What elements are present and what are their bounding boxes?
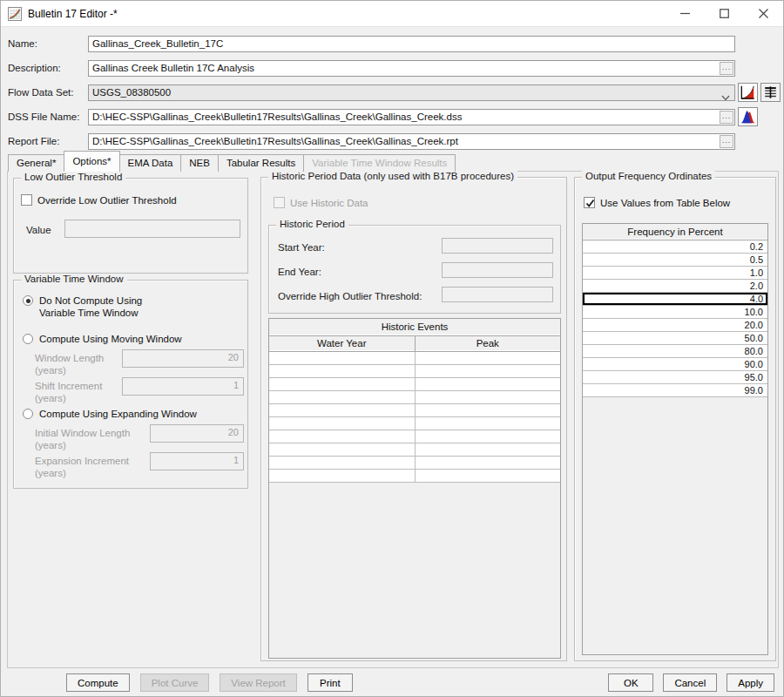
water-year-cell[interactable] — [269, 365, 416, 377]
peak-cell[interactable] — [416, 352, 561, 364]
water-year-cell[interactable] — [269, 352, 416, 364]
maximize-button[interactable] — [705, 1, 744, 27]
plot-curve-icon-button[interactable] — [738, 83, 758, 102]
frequency-table: Frequency in Percent 0.20.51.02.04.010.0… — [582, 223, 768, 655]
historic-event-row[interactable] — [269, 404, 560, 417]
peak-cell[interactable] — [416, 404, 561, 416]
compute-button[interactable]: Compute — [66, 673, 130, 692]
tab-ema-data[interactable]: EMA Data — [119, 154, 182, 172]
tab-tabular-results[interactable]: Tabular Results — [218, 154, 304, 172]
water-year-cell[interactable] — [269, 457, 416, 469]
frequency-column-header[interactable]: Frequency in Percent — [583, 224, 767, 240]
frequency-value-row[interactable]: 90.0 — [583, 358, 767, 371]
water-year-cell[interactable] — [269, 430, 416, 443]
frequency-value-row[interactable]: 50.0 — [583, 332, 767, 345]
shift-increment-field[interactable]: 1 — [122, 377, 244, 396]
print-button[interactable]: Print — [308, 673, 353, 692]
output-frequency-ordinates-group: Output Frequency Ordinates Use Values fr… — [574, 177, 776, 661]
peak-cell[interactable] — [416, 470, 561, 482]
historic-event-row[interactable] — [269, 391, 560, 404]
radio-moving-window[interactable]: Compute Using Moving Window — [23, 333, 182, 345]
historic-event-row[interactable] — [269, 378, 560, 391]
report-file-browse-button[interactable] — [720, 135, 733, 148]
use-historic-data-checkbox[interactable]: Use Historic Data — [274, 197, 368, 208]
frequency-value-row[interactable]: 10.0 — [583, 306, 767, 319]
frequency-value-row[interactable]: 0.5 — [583, 254, 767, 267]
description-browse-button[interactable] — [720, 62, 733, 75]
tab-general[interactable]: General* — [8, 154, 64, 172]
historic-event-row[interactable] — [269, 430, 560, 443]
historic-event-row[interactable] — [269, 443, 560, 457]
view-report-button[interactable]: View Report — [220, 673, 296, 692]
radio-do-not-compute[interactable]: Do Not Compute UsingVariable Time Window — [23, 294, 142, 319]
peak-cell[interactable] — [416, 378, 561, 390]
name-field[interactable]: Gallinas_Creek_Bulletin_17C — [88, 36, 735, 52]
peak-cell[interactable] — [416, 417, 561, 430]
override-low-outlier-checkbox[interactable]: Override Low Outlier Threshold — [21, 194, 177, 206]
peak-column-header[interactable]: Peak — [416, 336, 561, 351]
water-year-column-header[interactable]: Water Year — [269, 336, 416, 351]
frequency-value-row[interactable]: 95.0 — [583, 371, 767, 384]
minimize-button[interactable] — [666, 1, 705, 27]
water-year-cell[interactable] — [269, 404, 416, 416]
close-button[interactable] — [744, 1, 783, 27]
frequency-value-row[interactable]: 4.0 — [583, 293, 767, 306]
water-year-cell[interactable] — [269, 378, 416, 390]
frequency-value-row[interactable]: 80.0 — [583, 345, 767, 358]
dss-file-field[interactable]: D:\HEC-SSP\Gallinas_Creek\Bulletin17Resu… — [88, 109, 735, 125]
ok-button[interactable]: OK — [608, 673, 653, 692]
bulletin-17-editor-window: Bulletin 17 Editor -* Name: Gallinas_Cre… — [0, 0, 784, 697]
apply-button[interactable]: Apply — [727, 673, 774, 692]
cancel-button[interactable]: Cancel — [663, 673, 717, 692]
use-values-from-table-checkbox[interactable]: Use Values from Table Below — [584, 197, 730, 208]
shift-increment-label: Shift Increment(years) — [35, 380, 102, 404]
peak-cell[interactable] — [416, 391, 561, 403]
tab-variable-time-window-results[interactable]: Variable Time Window Results — [303, 154, 456, 172]
start-year-field[interactable] — [442, 238, 553, 254]
expansion-increment-label: Expansion Increment(years) — [35, 455, 129, 479]
historic-event-row[interactable] — [269, 417, 560, 430]
override-high-outlier-field[interactable] — [442, 287, 553, 302]
initial-window-length-field[interactable]: 20 — [150, 424, 244, 443]
plot-curve-button[interactable]: Plot Curve — [140, 673, 210, 692]
report-file-field[interactable]: D:\HEC-SSP\Gallinas_Creek\Bulletin17Resu… — [88, 133, 735, 150]
distribution-plot-icon-button[interactable] — [738, 107, 758, 126]
peak-cell[interactable] — [416, 457, 561, 469]
low-outlier-value-field[interactable] — [64, 220, 240, 238]
tabular-data-icon-button[interactable] — [760, 83, 781, 102]
historic-event-row[interactable] — [269, 365, 560, 378]
water-year-cell[interactable] — [269, 391, 416, 403]
water-year-cell[interactable] — [269, 443, 416, 456]
frequency-value-row[interactable]: 1.0 — [583, 267, 767, 280]
tab-options[interactable]: Options* — [64, 151, 119, 172]
checkbox-checked-icon[interactable] — [584, 197, 595, 208]
historic-event-row[interactable] — [269, 470, 560, 483]
radio-icon[interactable] — [23, 334, 33, 344]
description-field[interactable]: Gallinas Creek Bulletin 17C Analysis — [88, 60, 735, 77]
tab-neb[interactable]: NEB — [180, 154, 219, 172]
peak-cell[interactable] — [416, 365, 561, 377]
peak-cell[interactable] — [416, 430, 561, 443]
end-year-field[interactable] — [442, 262, 553, 278]
historic-event-row[interactable] — [269, 352, 560, 365]
frequency-value-row[interactable]: 0.2 — [583, 240, 767, 254]
dss-file-browse-button[interactable] — [720, 111, 733, 124]
water-year-cell[interactable] — [269, 470, 416, 482]
frequency-value-row[interactable]: 99.0 — [583, 384, 767, 397]
checkbox-icon[interactable] — [274, 197, 285, 208]
historic-event-row[interactable] — [269, 457, 560, 470]
expansion-increment-field[interactable]: 1 — [150, 452, 244, 470]
radio-icon[interactable] — [23, 409, 33, 419]
checkbox-icon[interactable] — [21, 194, 32, 206]
radio-expanding-window[interactable]: Compute Using Expanding Window — [23, 408, 197, 420]
peak-cell[interactable] — [416, 443, 561, 456]
variable-time-window-group: Variable Time Window Do Not Compute Usin… — [13, 280, 248, 489]
value-label: Value — [26, 224, 51, 236]
flow-data-set-combo[interactable]: USGS_08380500 — [88, 85, 735, 101]
water-year-cell[interactable] — [269, 417, 416, 430]
window-length-field[interactable]: 20 — [122, 349, 244, 368]
window-controls — [666, 1, 783, 27]
frequency-value-row[interactable]: 2.0 — [583, 280, 767, 293]
frequency-value-row[interactable]: 20.0 — [583, 319, 767, 332]
radio-icon[interactable] — [23, 295, 33, 306]
